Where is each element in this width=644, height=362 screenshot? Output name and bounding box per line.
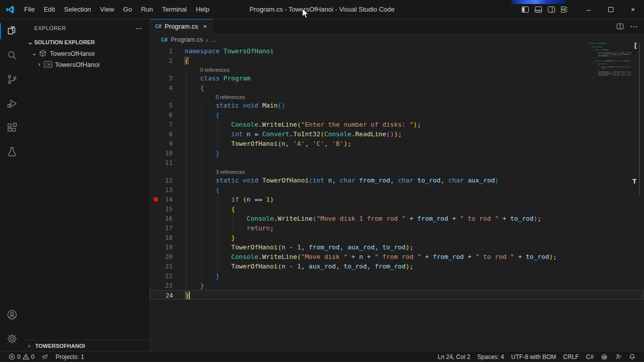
indentation-status[interactable]: Spaces: 4 xyxy=(474,351,508,362)
gutter[interactable]: 22 xyxy=(150,271,185,281)
gutter[interactable]: 24 xyxy=(150,291,185,299)
section-towersofhanoi-folder[interactable]: › TOWERSOFHANOI xyxy=(24,340,149,351)
menu-terminal[interactable]: Terminal xyxy=(157,3,191,16)
code-line-24[interactable]: 24} xyxy=(150,290,644,300)
code-line-9[interactable]: 9 TowerOfHanoi(n, 'A', 'C', 'B'); xyxy=(150,139,644,148)
settings-gear-icon[interactable] xyxy=(0,327,24,351)
encoding-status[interactable]: UTF-8 with BOM xyxy=(508,351,559,362)
gutter[interactable]: 16 xyxy=(150,214,185,223)
menu-file[interactable]: File xyxy=(20,3,39,16)
account-icon[interactable] xyxy=(0,303,24,327)
gutter[interactable]: 3 xyxy=(150,73,185,83)
code-line-22[interactable]: 22 } xyxy=(150,271,644,281)
code-editor[interactable]: 1namespace TowersOfHanoi2{ 0 references3… xyxy=(150,46,644,351)
menu-run[interactable]: Run xyxy=(136,3,157,16)
code-line-15[interactable]: 15 { xyxy=(150,204,644,214)
breadcrumb-file[interactable]: Program.cs xyxy=(171,36,203,43)
codelens-references[interactable]: 0 references xyxy=(150,93,644,101)
code-line-5[interactable]: 5 static void Main() xyxy=(150,101,644,110)
code-line-3[interactable]: 3 class Program xyxy=(150,73,644,83)
section-solution-explorer[interactable]: ⌄ SOLUTION EXPLORER xyxy=(24,37,149,48)
csharp-devkit-status[interactable]: C# xyxy=(597,351,611,362)
menu-go[interactable]: Go xyxy=(119,3,136,16)
gutter[interactable]: 11 xyxy=(150,158,185,167)
code-line-10[interactable]: 10 } xyxy=(150,148,644,158)
run-debug-icon[interactable] xyxy=(0,92,24,116)
split-editor-icon[interactable] xyxy=(616,23,624,30)
code-line-20[interactable]: 20 Console.WriteLine("Move disk " + n + … xyxy=(150,252,644,261)
code-line-12[interactable]: 12 static void TowerOfHanoi(int n, char … xyxy=(150,175,644,185)
language-mode-status[interactable]: C# xyxy=(583,351,597,362)
gutter[interactable]: 20 xyxy=(150,252,185,261)
code-line-23[interactable]: 23 } xyxy=(150,281,644,290)
code-line-11[interactable]: 11 xyxy=(150,158,644,167)
toggle-sidebar-icon[interactable] xyxy=(521,6,529,14)
gutter[interactable]: 5 xyxy=(150,101,185,110)
menu-help[interactable]: Help xyxy=(191,3,214,16)
gutter[interactable]: 13 xyxy=(150,185,185,195)
codelens-references[interactable]: 3 references xyxy=(150,167,644,175)
gutter[interactable]: 23 xyxy=(150,281,185,290)
maximize-button[interactable] xyxy=(600,0,622,19)
code-line-4[interactable]: 4 { xyxy=(150,83,644,93)
gutter[interactable]: 9 xyxy=(150,139,185,148)
code-line-19[interactable]: 19 TowerOfHanoi(n - 1, from_rod, aux_rod… xyxy=(150,242,644,252)
tab-program-cs[interactable]: C# Program.cs × xyxy=(150,19,212,33)
testing-icon[interactable] xyxy=(0,140,24,164)
gutter[interactable]: 1 xyxy=(150,46,185,56)
gutter[interactable]: 15 xyxy=(150,204,185,214)
code-line-6[interactable]: 6 { xyxy=(150,110,644,120)
code-line-13[interactable]: 13 { xyxy=(150,185,644,195)
close-tab-icon[interactable]: × xyxy=(203,23,207,30)
toggle-secondary-sidebar-icon[interactable] xyxy=(547,6,555,14)
close-window-button[interactable]: × xyxy=(622,0,644,19)
explorer-more-actions-icon[interactable]: ⋯ xyxy=(132,24,145,32)
extensions-icon[interactable] xyxy=(0,116,24,140)
editor-more-actions-icon[interactable]: ⋯ xyxy=(630,22,638,31)
gutter[interactable]: 19 xyxy=(150,242,185,252)
gutter[interactable]: 4 xyxy=(150,83,185,93)
menu-view[interactable]: View xyxy=(96,3,119,16)
eol-status[interactable]: CRLF xyxy=(559,351,582,362)
code-line-17[interactable]: 17 return; xyxy=(150,223,644,233)
code-line-1[interactable]: 1namespace TowersOfHanoi xyxy=(150,46,644,56)
gutter[interactable]: 17 xyxy=(150,223,185,233)
gutter[interactable]: 21 xyxy=(150,261,185,271)
code-line-7[interactable]: 7 Console.WriteLine("Enter the number of… xyxy=(150,120,644,129)
tree-item-towersofhanoi-1[interactable]: ›C#TowersOfHanoi xyxy=(24,59,149,70)
feedback-status[interactable] xyxy=(611,351,625,362)
editor-scrollbar[interactable] xyxy=(639,43,640,196)
gutter[interactable]: 6 xyxy=(150,110,185,120)
search-icon[interactable] xyxy=(0,43,24,67)
gutter[interactable]: 8 xyxy=(150,129,185,139)
customize-layout-icon[interactable] xyxy=(560,6,569,14)
code-line-14[interactable]: 14 if (n == 1) xyxy=(150,195,644,204)
breakpoint-icon[interactable] xyxy=(153,197,158,202)
codelens-references[interactable]: 0 references xyxy=(150,65,644,73)
gutter[interactable]: 14 xyxy=(150,195,185,204)
menu-edit[interactable]: Edit xyxy=(39,3,59,16)
gutter[interactable]: 18 xyxy=(150,233,185,242)
code-line-21[interactable]: 21 TowerOfHanoi(n - 1, aux_rod, to_rod, … xyxy=(150,261,644,271)
projects-status[interactable]: Projects: 1 xyxy=(52,351,88,362)
code-line-8[interactable]: 8 int n = Convert.ToInt32(Console.ReadLi… xyxy=(150,129,644,139)
notifications-status[interactable] xyxy=(625,351,639,362)
tree-item-towersofhanoi-0[interactable]: ⌄TowersOfHanoi xyxy=(24,48,149,59)
launch-status[interactable] xyxy=(38,351,52,362)
problems-indicator[interactable]: 0 0 xyxy=(5,351,38,362)
breadcrumb-symbol[interactable]: ... xyxy=(211,36,216,43)
source-control-icon[interactable] xyxy=(0,67,24,92)
cursor-position-status[interactable]: Ln 24, Col 2 xyxy=(434,351,474,362)
menu-selection[interactable]: Selection xyxy=(59,3,95,16)
code-line-18[interactable]: 18 } xyxy=(150,233,644,242)
gutter[interactable]: 12 xyxy=(150,175,185,185)
toggle-panel-icon[interactable] xyxy=(534,6,542,14)
minimap[interactable]: namespace TowersOfHanoi{ class Program {… xyxy=(589,43,631,103)
explorer-icon[interactable] xyxy=(0,19,24,43)
code-line-16[interactable]: 16 Console.WriteLine("Move disk 1 from r… xyxy=(150,214,644,223)
code-line-2[interactable]: 2{ xyxy=(150,56,644,65)
gutter[interactable]: 7 xyxy=(150,120,185,129)
gutter[interactable]: 10 xyxy=(150,148,185,158)
minimize-button[interactable]: – xyxy=(578,0,600,19)
gutter[interactable]: 2 xyxy=(150,56,185,65)
